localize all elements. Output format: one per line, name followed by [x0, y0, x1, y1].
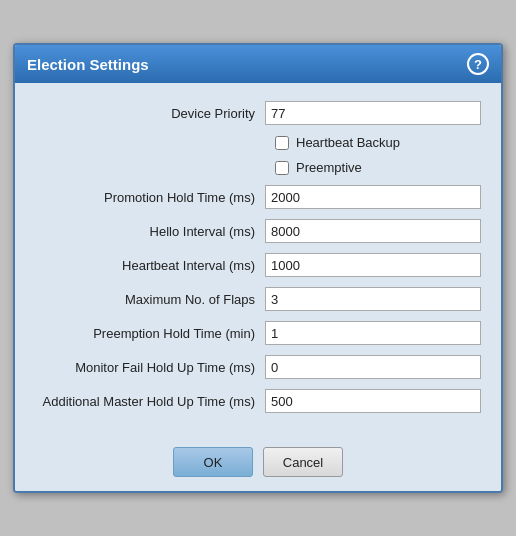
device-priority-label: Device Priority — [35, 106, 265, 121]
help-icon[interactable]: ? — [467, 53, 489, 75]
monitor-fail-hold-up-label: Monitor Fail Hold Up Time (ms) — [35, 360, 265, 375]
dialog-body: Device Priority Heartbeat Backup Preempt… — [15, 83, 501, 437]
additional-master-hold-row: Additional Master Hold Up Time (ms) — [35, 389, 481, 413]
max-flaps-label: Maximum No. of Flaps — [35, 292, 265, 307]
additional-master-hold-label: Additional Master Hold Up Time (ms) — [35, 394, 265, 409]
promotion-hold-time-row: Promotion Hold Time (ms) — [35, 185, 481, 209]
hello-interval-label: Hello Interval (ms) — [35, 224, 265, 239]
preemptive-checkbox[interactable] — [275, 161, 289, 175]
heartbeat-backup-checkbox[interactable] — [275, 136, 289, 150]
promotion-hold-time-label: Promotion Hold Time (ms) — [35, 190, 265, 205]
heartbeat-interval-row: Heartbeat Interval (ms) — [35, 253, 481, 277]
dialog-title: Election Settings — [27, 56, 149, 73]
device-priority-input[interactable] — [265, 101, 481, 125]
heartbeat-interval-input[interactable] — [265, 253, 481, 277]
additional-master-hold-input[interactable] — [265, 389, 481, 413]
preemptive-label: Preemptive — [296, 160, 362, 175]
preemption-hold-time-row: Preemption Hold Time (min) — [35, 321, 481, 345]
monitor-fail-hold-up-input[interactable] — [265, 355, 481, 379]
max-flaps-input[interactable] — [265, 287, 481, 311]
heartbeat-backup-row: Heartbeat Backup — [275, 135, 481, 150]
max-flaps-row: Maximum No. of Flaps — [35, 287, 481, 311]
cancel-button[interactable]: Cancel — [263, 447, 343, 477]
title-bar: Election Settings ? — [15, 45, 501, 83]
hello-interval-row: Hello Interval (ms) — [35, 219, 481, 243]
election-settings-dialog: Election Settings ? Device Priority Hear… — [13, 43, 503, 493]
hello-interval-input[interactable] — [265, 219, 481, 243]
promotion-hold-time-input[interactable] — [265, 185, 481, 209]
heartbeat-interval-label: Heartbeat Interval (ms) — [35, 258, 265, 273]
ok-button[interactable]: OK — [173, 447, 253, 477]
heartbeat-backup-label: Heartbeat Backup — [296, 135, 400, 150]
preemption-hold-time-label: Preemption Hold Time (min) — [35, 326, 265, 341]
preemptive-row: Preemptive — [275, 160, 481, 175]
device-priority-row: Device Priority — [35, 101, 481, 125]
preemption-hold-time-input[interactable] — [265, 321, 481, 345]
monitor-fail-hold-up-row: Monitor Fail Hold Up Time (ms) — [35, 355, 481, 379]
dialog-footer: OK Cancel — [15, 437, 501, 491]
